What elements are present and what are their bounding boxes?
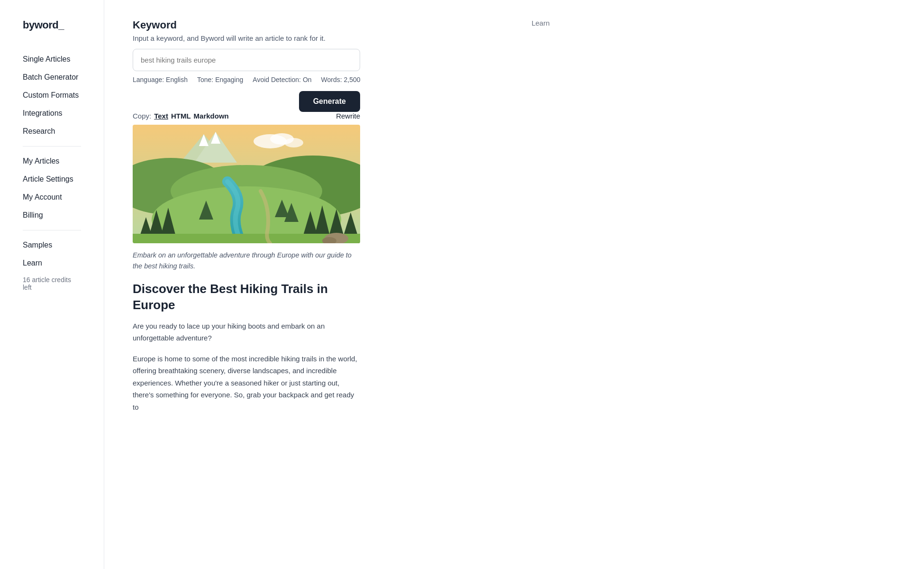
article-heading: Discover the Best Hiking Trails in Europ… — [133, 281, 360, 313]
copy-bar: Copy: Text HTML Markdown Rewrite — [133, 112, 360, 120]
settings-row: Language: English Tone: Engaging Avoid D… — [133, 76, 550, 83]
nav-divider-1 — [23, 146, 81, 147]
credits-text: 16 article credits left — [0, 276, 104, 291]
svg-point-7 — [284, 138, 303, 147]
keyword-title: Keyword — [133, 19, 177, 31]
main-content: Keyword Learn Input a keyword, and Bywor… — [104, 0, 578, 569]
sidebar-item-single-articles[interactable]: Single Articles — [0, 50, 104, 68]
copy-html-option[interactable]: HTML — [171, 112, 191, 120]
article-paragraph-2: Europe is home to some of the most incre… — [133, 353, 360, 413]
copy-text-option[interactable]: Text — [154, 112, 168, 120]
keyword-input[interactable] — [133, 49, 360, 71]
article-image — [133, 125, 360, 243]
article-paragraph-1: Are you ready to lace up your hiking boo… — [133, 320, 360, 344]
sidebar-item-my-articles[interactable]: My Articles — [0, 152, 104, 170]
copy-options: Copy: Text HTML Markdown — [133, 112, 229, 120]
copy-label: Copy: — [133, 112, 151, 120]
generate-button[interactable]: Generate — [299, 91, 360, 112]
nav-section: Single Articles Batch Generator Custom F… — [0, 50, 104, 555]
sidebar-item-samples[interactable]: Samples — [0, 236, 104, 254]
setting-words: Words: 2,500 — [321, 76, 361, 83]
sidebar-item-research[interactable]: Research — [0, 122, 104, 140]
learn-link[interactable]: Learn — [532, 19, 550, 27]
keyword-subtitle: Input a keyword, and Byword will write a… — [133, 34, 550, 42]
sidebar-item-integrations[interactable]: Integrations — [0, 104, 104, 122]
sidebar-item-my-account[interactable]: My Account — [0, 188, 104, 206]
article-caption: Embark on an unforgettable adventure thr… — [133, 250, 360, 272]
copy-markdown-option[interactable]: Markdown — [194, 112, 229, 120]
generate-btn-wrapper: Generate — [133, 91, 360, 112]
setting-language: Language: English — [133, 76, 188, 83]
setting-avoid-detection: Avoid Detection: On — [253, 76, 311, 83]
logo: byword_ — [0, 19, 104, 50]
sidebar-item-custom-formats[interactable]: Custom Formats — [0, 86, 104, 104]
sidebar-item-learn[interactable]: Learn — [0, 254, 104, 272]
nav-divider-2 — [23, 230, 81, 230]
sidebar: byword_ Single Articles Batch Generator … — [0, 0, 104, 569]
sidebar-item-batch-generator[interactable]: Batch Generator — [0, 68, 104, 86]
sidebar-item-billing[interactable]: Billing — [0, 206, 104, 224]
sidebar-item-article-settings[interactable]: Article Settings — [0, 170, 104, 188]
keyword-header: Keyword Learn — [133, 19, 550, 31]
rewrite-link[interactable]: Rewrite — [336, 112, 360, 120]
setting-tone: Tone: Engaging — [197, 76, 243, 83]
